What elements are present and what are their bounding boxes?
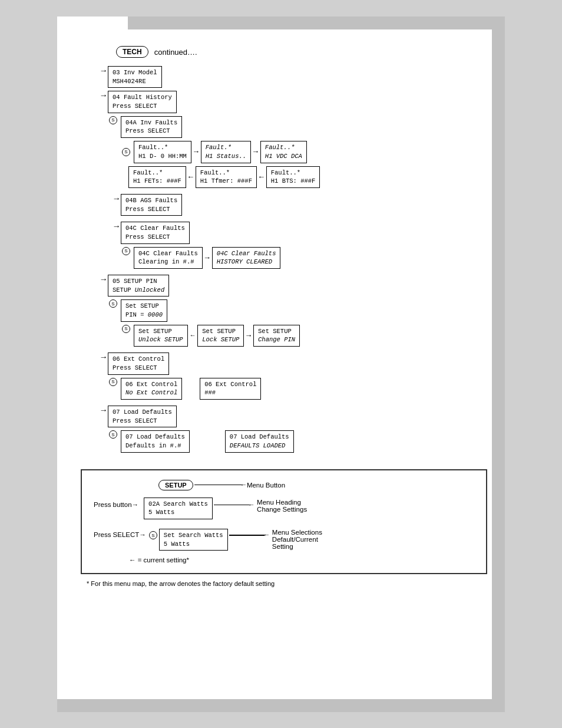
setup-unlocked: Unlocked xyxy=(135,286,164,294)
menu-selections-label: Menu Selections xyxy=(272,529,322,536)
change-settings-label: Change Settings xyxy=(257,506,307,513)
inv-model-box-inner: 03 Inv Model MSH4024RE xyxy=(108,66,162,88)
fault-box-1-line2: H1 D- 0 HH:MM xyxy=(138,152,187,161)
lds1-line1: 07 Load Defaults xyxy=(125,433,185,442)
fault-box-6-line2: H1 BTS: ###F xyxy=(271,177,316,186)
continued-text: continued…. xyxy=(154,48,197,57)
load-defaults-box: 07 Load Defaults Press SELECT xyxy=(108,406,487,427)
legend-select-circle: S xyxy=(149,531,157,539)
setting-label: Setting xyxy=(272,543,322,550)
fault-box-5-line2: H1 Tfmer: ###F xyxy=(200,177,252,186)
arrow-r4: → xyxy=(246,331,251,340)
select-circle-6: S xyxy=(109,378,117,386)
select-circle-1: S xyxy=(109,116,117,124)
current-setting-row: ← = current setting* xyxy=(129,556,474,564)
legend-row3: Press SELECT→ S Set Search Watts 5 Watts… xyxy=(94,526,474,551)
fault-box-6: Fault..* H1 BTS: ###F xyxy=(266,166,320,188)
h-line3 xyxy=(229,535,265,536)
legend-inner: SETUP ← Menu Button Press button→ 02A Se… xyxy=(94,480,474,564)
fault-box-2: Fault.* H1 Status.. xyxy=(201,141,251,163)
clear-faults-box-inner: 04C Clear Faults Press SELECT xyxy=(121,222,190,243)
ext-line1: 06 Ext Control xyxy=(113,355,164,364)
set-setup-pin-box: Set SETUP PIN = 0000 xyxy=(121,299,487,321)
arrow-col3: → xyxy=(105,194,121,203)
fault-box-4: Fault..* H1 FETs: ###F xyxy=(128,166,186,188)
load-defaults-sub-boxes: 07 Load Defaults Defaults in #.# 07 Load… xyxy=(121,430,487,452)
unlock-line2: Unlock SETUP xyxy=(138,335,183,344)
legend-arrow2: ← xyxy=(214,501,253,509)
menu-button-label: Menu Button xyxy=(247,482,285,489)
circle-col2: S xyxy=(118,148,134,156)
inv-faults-box-inner: 04A Inv Faults Press SELECT xyxy=(121,116,182,138)
setup-pin-box-inner: 05 SETUP PIN SETUP Unlocked xyxy=(108,275,169,297)
pin-value: 0000 xyxy=(148,311,163,318)
menu-heading-label: Menu Heading xyxy=(257,499,307,506)
setup-pin-line1: 05 SETUP PIN xyxy=(113,277,164,286)
clear-faults-box: 04C Clear Faults Press SELECT xyxy=(121,222,487,243)
load-defaults-sub1: 07 Load Defaults Defaults in #.# xyxy=(121,430,190,452)
legend-arrow3: ← xyxy=(229,531,269,539)
fault-history-line1: 04 Fault History xyxy=(113,93,172,102)
arrow-r2: → xyxy=(253,147,258,156)
ext-control-sub-row: S 06 Ext Control No Ext Control 06 Ext C… xyxy=(105,378,487,400)
ext-control-sub2: 06 Ext Control ### xyxy=(200,378,261,400)
unlock-line1: Set SETUP xyxy=(138,327,183,336)
fault-history-box-inner: 04 Fault History Press SELECT xyxy=(108,91,177,113)
clear-faults-sub1: 04C Clear Faults Clearing in #.# xyxy=(134,247,203,269)
select-circle-7: S xyxy=(109,430,117,439)
ld-line1: 07 Load Defaults xyxy=(113,408,172,417)
circle-col: S xyxy=(105,116,121,124)
clear-faults-sub-boxes: 04C Clear Faults Clearing in #.# → 04C C… xyxy=(134,247,487,269)
setup-pin-line2: SETUP Unlocked xyxy=(113,286,164,295)
arr3: ← xyxy=(265,531,269,539)
legend-setup-oval: SETUP xyxy=(158,480,193,490)
right-bar xyxy=(492,17,505,712)
select-circle-4: S xyxy=(109,299,117,308)
menu-heading-group: Menu Heading Change Settings xyxy=(257,498,307,513)
set-setup-pin-box-inner: Set SETUP PIN = 0000 xyxy=(121,299,167,321)
setup-pin-box: 05 SETUP PIN SETUP Unlocked xyxy=(108,275,487,297)
ext-control-sub1: 06 Ext Control No Ext Control xyxy=(121,378,182,400)
ext-line2: Press SELECT xyxy=(113,364,164,373)
clear-faults-sub2: 04C Clear Faults HISTORY CLEARED xyxy=(212,247,281,269)
legend-item-line2: 5 Watts xyxy=(148,508,208,517)
ecs2-line2: ### xyxy=(204,388,256,397)
clear-faults-line2: Press SELECT xyxy=(125,233,185,242)
arrow-col7: → xyxy=(92,406,108,415)
circle-col6: S xyxy=(105,378,121,386)
ssp-line1: Set SETUP xyxy=(125,302,163,311)
lock-line2: Lock SETUP xyxy=(202,335,239,344)
cf-sub2-line1: 04C Clear Faults xyxy=(217,249,276,258)
circle-col3: S xyxy=(118,247,134,255)
select-circle-3: S xyxy=(122,247,130,255)
ecs2-line1: 06 Ext Control xyxy=(204,380,256,389)
inv-faults-box: 04A Inv Faults Press SELECT xyxy=(121,116,487,138)
ext-control-sub-boxes: 06 Ext Control No Ext Control 06 Ext Con… xyxy=(121,378,487,400)
circle-col4: S xyxy=(105,299,121,308)
select-circle-5: S xyxy=(122,325,130,333)
content: TECH continued…. → 03 Inv Model MSH4024R… xyxy=(75,46,487,587)
setup-pin-row: → 05 SETUP PIN SETUP Unlocked xyxy=(92,275,487,297)
circle-col7: S xyxy=(105,430,121,439)
inv-model-row: → 03 Inv Model MSH4024RE xyxy=(92,66,487,88)
fault-row1: S Fault..* H1 D- 0 HH:MM → Fault.* H1 St… xyxy=(118,141,487,163)
lds2-line2: DEFAULTS LOADED xyxy=(230,442,289,450)
cf-sub2-line2: HISTORY CLEARED xyxy=(217,258,276,266)
arrow-l3: ← xyxy=(191,332,195,339)
fault-box-3: Fault..* H1 VDC DCA xyxy=(260,141,307,163)
load-defaults-box-inner: 07 Load Defaults Press SELECT xyxy=(108,406,177,427)
load-defaults-row: → 07 Load Defaults Press SELECT xyxy=(92,406,487,427)
arr2: ← xyxy=(249,501,253,509)
fault-box-2-line1: Fault.* xyxy=(206,143,246,152)
set-setup-lock: Set SETUP Lock SETUP xyxy=(197,325,244,347)
legend-item-line1: 02A Search Watts xyxy=(148,500,208,509)
load-defaults-sub-row: S 07 Load Defaults Defaults in #.# 07 Lo… xyxy=(105,430,487,452)
set-setup-unlock: Set SETUP Unlock SETUP xyxy=(134,325,188,347)
arrow-col2: → xyxy=(92,91,108,100)
bottom-bar xyxy=(57,699,505,712)
select-circle-2: S xyxy=(122,148,130,156)
agb-line1: 04B AGS Faults xyxy=(125,196,177,205)
inv-model-line2: MSH4024RE xyxy=(113,77,157,86)
fault-box-2-line2: H1 Status.. xyxy=(206,152,246,161)
fault-history-box: 04 Fault History Press SELECT xyxy=(108,91,487,113)
